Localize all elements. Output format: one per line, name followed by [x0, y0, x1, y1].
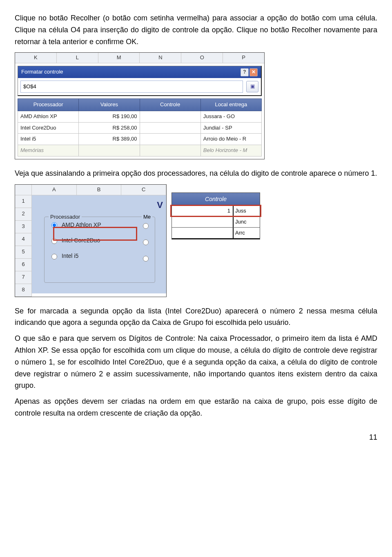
table-row: Intel Core2Duo R$ 258,00 Jundiaí - SP	[18, 123, 262, 134]
expand-dialog-icon[interactable]: ▣	[246, 81, 258, 92]
table-header-row: Processador Valores Controle Local entre…	[18, 98, 262, 111]
select-all-corner[interactable]	[15, 185, 32, 195]
table-row: AMD Athlon XP R$ 190,00 Jussara - GO	[18, 111, 262, 123]
dialog-title: Formatar controle	[21, 68, 63, 76]
control-cell-row1: 1 Juss	[172, 206, 260, 217]
location-fragment: Juss	[234, 206, 260, 216]
col-header[interactable]: K	[15, 53, 57, 63]
paragraph-4: O que são e para que servem os Dígitos d…	[15, 333, 377, 391]
table-header: Processador	[18, 98, 79, 111]
cell-location: Jussara - GO	[201, 111, 262, 123]
cell-control	[140, 145, 201, 157]
table-header: Valores	[79, 98, 140, 111]
row-header[interactable]: 7	[15, 271, 32, 284]
row-header[interactable]: 1	[15, 195, 32, 208]
row-header[interactable]: 2	[15, 208, 32, 221]
paragraph-2: Veja que assinalando a primeira opção do…	[15, 168, 377, 179]
table-header: Controle	[140, 98, 201, 111]
col-header[interactable]: O	[181, 53, 223, 63]
cell-link-input[interactable]	[20, 81, 243, 93]
control-cell-row3: Arrc	[172, 228, 260, 239]
cell-value: R$ 389,00	[79, 134, 140, 145]
row-header[interactable]: 8	[15, 284, 32, 297]
control-value	[172, 228, 234, 238]
figure-1: K L M N O P Formatar controle ? ✕ ▣ Proc…	[15, 52, 377, 159]
cell-location: Arroio do Meio - R	[201, 134, 262, 145]
cell-processor: AMD Athlon XP	[18, 111, 79, 123]
cell-location: Belo Horizonte - M	[201, 145, 262, 157]
help-icon[interactable]: ?	[241, 68, 249, 76]
table-row: Intel i5 R$ 389,00 Arroio do Meio - R	[18, 134, 262, 145]
paragraph-5: Apenas as opções devem ser criadas na or…	[15, 396, 377, 419]
cell-control	[140, 123, 201, 134]
table-row-footer: Memórias Belo Horizonte - M	[18, 145, 262, 157]
location-fragment: Arrc	[234, 228, 260, 238]
col-header[interactable]: B	[77, 185, 122, 195]
control-column-snippet: Controle 1 Juss Junc Arrc	[172, 192, 260, 239]
radio-i5[interactable]	[51, 254, 57, 259]
row-header[interactable]: 5	[15, 246, 32, 259]
radio-extra-icon[interactable]	[143, 223, 149, 229]
control-value: 1	[172, 206, 234, 216]
cell-processor: Memórias	[18, 145, 79, 157]
col-header[interactable]: L	[57, 53, 98, 63]
row-header[interactable]: 4	[15, 233, 32, 246]
format-control-dialog: Formatar controle ? ✕ ▣	[18, 66, 262, 96]
cell-control	[140, 111, 201, 123]
cell-processor: Intel i5	[18, 134, 79, 145]
close-icon[interactable]: ✕	[249, 68, 258, 76]
worksheet-snippet: A B C 1 2 3 4 5 6 7 8 V Processador Me	[15, 184, 167, 297]
cell-control	[140, 134, 201, 145]
highlight-rectangle	[53, 227, 137, 241]
sheet-title-fragment: V	[32, 198, 166, 212]
page-number: 11	[15, 432, 377, 443]
groupbox-label-me: Me	[142, 213, 152, 221]
column-headers: K L M N O P	[15, 53, 264, 63]
option-label: Intel i5	[62, 251, 78, 260]
control-header: Controle	[172, 193, 260, 206]
cell-value	[79, 145, 140, 157]
col-header[interactable]: M	[98, 53, 140, 63]
paragraph-1: Clique no botão Recolher (o botão com se…	[15, 12, 377, 47]
col-header[interactable]: N	[140, 53, 181, 63]
control-cell-row2: Junc	[172, 217, 260, 228]
cell-value: R$ 190,00	[79, 111, 140, 123]
radio-extra-icon[interactable]	[143, 239, 149, 245]
col-header[interactable]: P	[223, 53, 264, 63]
col-header[interactable]: A	[32, 185, 77, 195]
control-value	[172, 217, 234, 227]
row-header[interactable]: 3	[15, 221, 32, 233]
row-header[interactable]: 6	[15, 259, 32, 271]
paragraph-3: Se for marcada a segunda opção da lista …	[15, 305, 377, 329]
groupbox-legend: Processador	[49, 213, 82, 221]
col-header[interactable]: C	[121, 185, 166, 195]
cell-location: Jundiaí - SP	[201, 123, 262, 134]
option-i5[interactable]: Intel i5	[45, 248, 155, 264]
cell-processor: Intel Core2Duo	[18, 123, 79, 134]
table-header: Local entrega	[201, 98, 262, 111]
location-fragment: Junc	[234, 217, 260, 227]
cell-value: R$ 258,00	[79, 123, 140, 134]
figure-2: A B C 1 2 3 4 5 6 7 8 V Processador Me	[15, 184, 377, 297]
radio-extra-icon[interactable]	[143, 256, 149, 262]
